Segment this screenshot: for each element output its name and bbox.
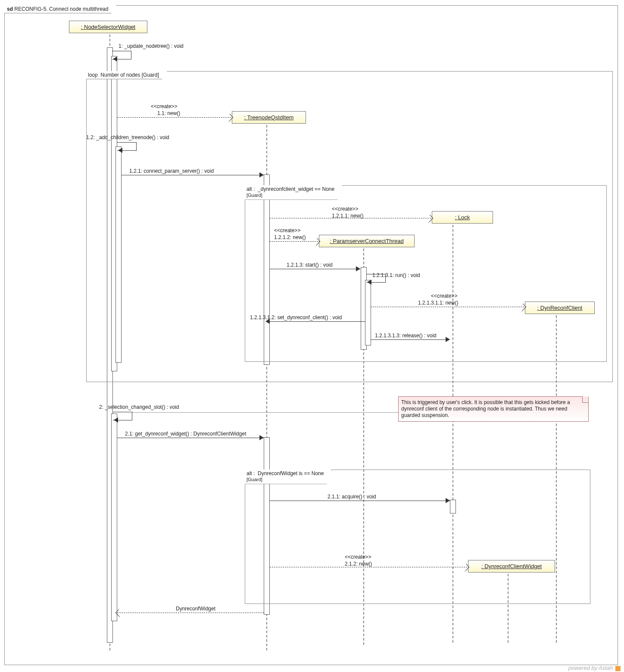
note-anchor [132,412,398,413]
msg-m21 [117,438,264,438]
arrow-m2 [114,417,118,423]
label-m212s: <<create>> [345,554,371,560]
label-m1213: 1.2.1.3: start() : void [287,262,333,268]
label-m1212s: <<create>> [274,227,300,233]
label-m121311: 1.2.1.3.1.1: new() [418,300,458,306]
msg-m121311 [371,307,524,307]
footer: powered by Astah [568,665,621,671]
msg-m1212 [270,241,318,242]
arrow-m21 [259,435,264,440]
return-m21 [117,613,264,613]
label-m12: 1.2: _add_children_treenode() : void [86,134,169,140]
footer-text: powered by Astah [568,665,613,671]
arrow-m12131 [367,280,371,285]
arrow-m1213 [356,266,360,271]
note-guarded-suspension: This is triggered by user's click. It is… [398,396,589,422]
label-m11: 1.1: new() [157,110,180,116]
arrow-m1 [113,56,117,62]
label-m11s: <<create>> [151,103,177,109]
label-ret21: DynreconfWidget [176,606,215,612]
astah-logo-icon [615,666,621,671]
label-m211: 2.1.1: acquire() : void [328,494,376,500]
label-m212: 2.1.2: new() [345,561,372,567]
msg-m1213 [270,269,360,269]
label-m121311s: <<create>> [431,293,457,299]
sd-prefix: sd [7,6,13,12]
msg-m121 [122,175,264,175]
sequence-diagram-canvas: sd RECONFIG-5. Connect node multithread … [0,0,624,672]
label-m1212: 1.2.1.2: new() [274,234,306,240]
fragment-alt2: alt : DynreconfWidget is == None [Guard] [245,470,590,604]
activation-nodeselector-m2 [111,414,117,621]
fragment-alt1-tab: alt : _dynreconfclient_widget == None [G… [245,185,343,200]
arrow-m121 [259,172,264,177]
msg-m212 [270,567,467,567]
label-m121: 1.2.1: connect_param_server() : void [129,168,214,174]
msg-m11 [117,117,231,118]
label-m121312: 1.2.1.3.1.2: set_dynreconf_client() : vo… [250,314,342,320]
fragment-alt2-tab: alt : DynreconfWidget is == None [Guard] [245,470,332,484]
label-m121313: 1.2.1.3.1.3: release() : void [375,333,437,339]
label-m2: 2: _selection_changed_slot() : void [99,404,179,410]
sd-frame-label: sd RECONFIG-5. Connect node multithread [4,5,116,13]
msg-m121313 [371,339,450,340]
msg-m1211 [270,218,431,218]
label-m21: 2.1: get_dynreconf_widget() : DynreconfC… [125,431,246,437]
participant-nodeselector: : NodeSelectorWidget [69,21,147,33]
arrow-m12 [118,148,122,153]
label-m1211s: <<create>> [332,206,358,212]
note-text: This is triggered by user's click. It is… [401,399,570,418]
fragment-loop-tab: loop Number of nodes [Guard] [86,71,167,79]
arrow-m121313 [446,337,450,342]
sd-title: RECONFIG-5. Connect node multithread [14,6,108,12]
arrow-m211 [446,498,450,503]
label-m1: 1: _update_nodetree() : void [119,43,184,49]
msg-m121312 [270,321,365,322]
msg-m211 [270,501,450,501]
arrow-m121312 [265,319,270,324]
